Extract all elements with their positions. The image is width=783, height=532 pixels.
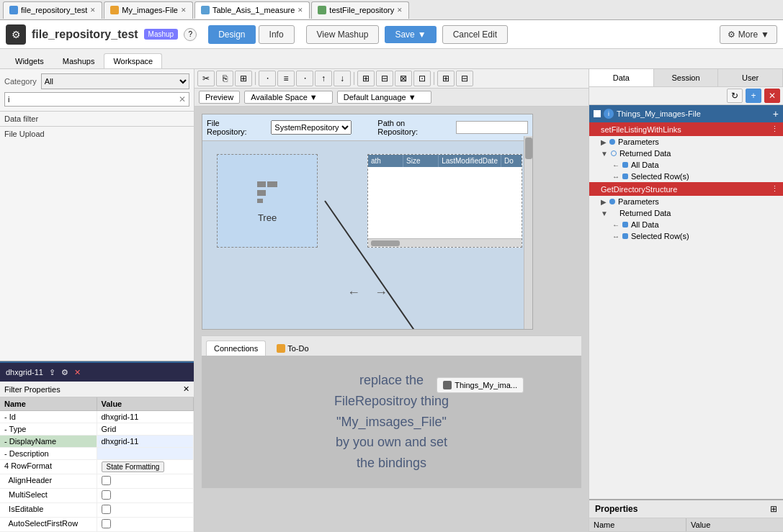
- help-button[interactable]: ?: [184, 28, 197, 41]
- set-file-listing-header[interactable]: setFileListingWithLinks ⋮: [589, 122, 783, 136]
- get-dir-returned[interactable]: ▼ Returned Data: [589, 207, 783, 219]
- file-repo-select[interactable]: SystemRepository: [271, 120, 352, 135]
- save-dropdown-icon[interactable]: ▼: [418, 30, 426, 40]
- subnav-workspace[interactable]: Workspace: [104, 53, 162, 68]
- view-mashup-button[interactable]: View Mashup: [306, 25, 380, 44]
- design-button[interactable]: Design: [208, 25, 255, 44]
- paste-button[interactable]: ⊞: [235, 71, 252, 86]
- grid-col-ath: ath: [368, 155, 403, 167]
- pg-row-autoselectfirst: AutoSelectFirstRow: [0, 518, 194, 532]
- align-right-button[interactable]: ⬝: [296, 71, 313, 86]
- right-tab-user[interactable]: User: [718, 69, 783, 86]
- resize-button[interactable]: ⊞: [437, 71, 455, 86]
- add-button[interactable]: +: [746, 89, 761, 103]
- tab-close-4[interactable]: ✕: [397, 6, 403, 14]
- get-dir-header[interactable]: GetDirectoryStructure ⋮: [589, 182, 783, 196]
- path-input[interactable]: [456, 121, 528, 134]
- nav-left-arrow[interactable]: ←: [347, 285, 360, 300]
- properties-expand-button[interactable]: ⊞: [770, 504, 777, 514]
- pg-value-iseditable[interactable]: [97, 503, 194, 517]
- ungroup-button[interactable]: ⊟: [376, 71, 393, 86]
- language-dropdown[interactable]: Default Language ▼: [337, 91, 431, 104]
- nav-right-arrow[interactable]: →: [375, 285, 388, 300]
- cancel-button[interactable]: Cancel Edit: [442, 25, 508, 44]
- subnav-widgets[interactable]: Widgets: [6, 53, 53, 68]
- copy-button[interactable]: ⎘: [216, 71, 233, 86]
- align-bottom-button[interactable]: ↓: [334, 71, 351, 86]
- tab-table-measure[interactable]: Table_Asis_1_measure ✕: [194, 1, 310, 19]
- search-clear-button[interactable]: ✕: [179, 94, 186, 104]
- save-button[interactable]: Save ▼: [385, 26, 436, 43]
- displayname-input[interactable]: [102, 437, 189, 446]
- things-header[interactable]: i Things_My_images-File +: [589, 105, 783, 122]
- set-file-listing-more[interactable]: ⋮: [771, 125, 779, 134]
- group-button[interactable]: ⊠: [395, 71, 412, 86]
- expand-button[interactable]: ⊟: [456, 71, 473, 86]
- grid-button[interactable]: ⊞: [357, 71, 375, 86]
- returned-label-1: Returned Data: [619, 149, 671, 158]
- tab-icon-3: [201, 6, 210, 14]
- layer-button[interactable]: ⊡: [413, 71, 431, 86]
- tab-test-file[interactable]: testFile_repository ✕: [311, 1, 409, 19]
- info-button[interactable]: Info: [259, 25, 295, 44]
- get-dir-selected[interactable]: ↔ Selected Row(s): [589, 230, 783, 242]
- pg-name-id: - Id: [0, 411, 97, 423]
- thing-chip[interactable]: Things_My_ima...: [437, 377, 524, 393]
- set-file-returned[interactable]: ▼ Returned Data: [589, 148, 783, 159]
- filter-props-close[interactable]: ✕: [183, 384, 189, 394]
- set-file-params[interactable]: ▶ Parameters: [589, 136, 783, 148]
- set-file-alldata[interactable]: ← All Data: [589, 159, 783, 171]
- share-icon[interactable]: ⇪: [49, 368, 55, 377]
- right-tab-data[interactable]: Data: [589, 69, 654, 86]
- canvas-area[interactable]: File Repository: SystemRepository Path o…: [194, 107, 589, 532]
- available-space-dropdown[interactable]: Available Space ▼: [244, 91, 333, 104]
- header-buttons: Design Info: [208, 25, 294, 44]
- search-input[interactable]: [8, 95, 179, 104]
- pg-value-description[interactable]: [97, 448, 194, 459]
- category-select[interactable]: All: [41, 73, 189, 89]
- remove-button[interactable]: ✕: [764, 89, 780, 103]
- subnav-mashups[interactable]: Mashups: [53, 53, 104, 68]
- pg-value-displayname[interactable]: [97, 436, 194, 447]
- pg-value-autoselectfirst[interactable]: [97, 518, 194, 531]
- iseditable-checkbox[interactable]: [102, 505, 111, 514]
- align-left-button[interactable]: ⬝: [259, 71, 276, 86]
- things-add-icon[interactable]: +: [773, 108, 779, 120]
- tab-close-3[interactable]: ✕: [297, 6, 303, 14]
- align-top-button[interactable]: ↑: [315, 71, 332, 86]
- right-tab-session[interactable]: Session: [654, 69, 719, 86]
- cut-button[interactable]: ✂: [197, 71, 215, 86]
- autoselectfirst-checkbox[interactable]: [102, 519, 111, 528]
- get-dir-params[interactable]: ▶ Parameters: [589, 196, 783, 207]
- tab-file-repo[interactable]: file_repository_test ✕: [3, 1, 102, 19]
- tab-close-2[interactable]: ✕: [181, 6, 187, 14]
- tab-my-images[interactable]: My_images-File ✕: [104, 1, 193, 19]
- tree-widget[interactable]: Tree: [217, 154, 318, 248]
- params-icon-1: [609, 139, 615, 145]
- pg-value-rowformat[interactable]: State Formatting: [97, 460, 194, 474]
- close-icon[interactable]: ✕: [74, 368, 81, 377]
- pg-value-alignheader[interactable]: [97, 474, 194, 488]
- connections-tab[interactable]: Connections: [206, 341, 266, 356]
- grid-widget[interactable]: ath Size LastModifiedDate Do: [367, 154, 522, 248]
- set-file-selected[interactable]: ↔ Selected Row(s): [589, 171, 783, 182]
- description-input[interactable]: [102, 449, 189, 458]
- more-button[interactable]: ⚙ More ▼: [720, 25, 777, 44]
- get-dir-more[interactable]: ⋮: [771, 184, 779, 194]
- tab-close-1[interactable]: ✕: [90, 6, 96, 14]
- state-formatting-button[interactable]: State Formatting: [102, 461, 165, 472]
- returned-icon-1: [611, 150, 617, 156]
- pg-value-multiselect[interactable]: [97, 489, 194, 502]
- preview-button[interactable]: Preview: [199, 91, 240, 104]
- multiselect-checkbox[interactable]: [102, 490, 111, 500]
- alignheader-checkbox[interactable]: [102, 476, 111, 485]
- settings-icon[interactable]: ⚙: [61, 368, 68, 377]
- todo-tab[interactable]: To-Do: [269, 341, 316, 356]
- left-panel: Category All ✕ Data filter File Upload d…: [0, 69, 194, 532]
- grid-col-do: Do: [501, 155, 522, 167]
- align-center-button[interactable]: ≡: [277, 71, 295, 86]
- pg-name-rowformat: 4 RowFormat: [0, 460, 97, 474]
- widget-file-upload[interactable]: File Upload: [0, 127, 194, 141]
- refresh-button[interactable]: ↻: [727, 89, 743, 103]
- get-dir-alldata[interactable]: ← All Data: [589, 219, 783, 230]
